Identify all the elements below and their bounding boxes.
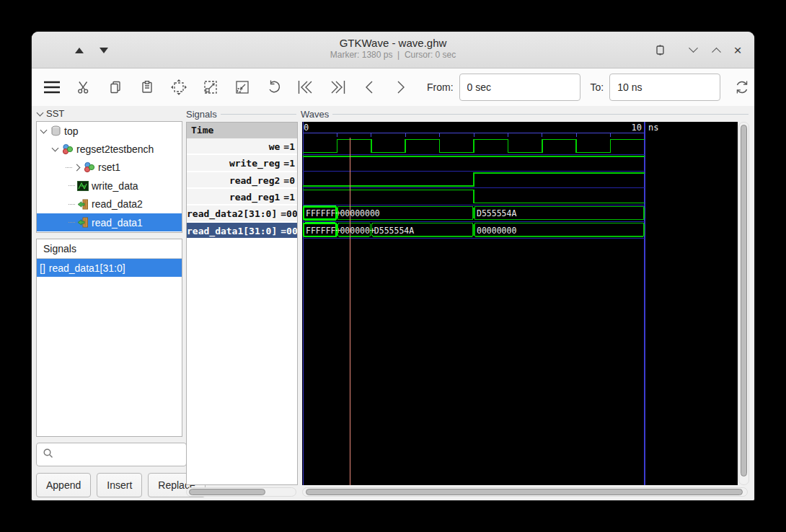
search-icon: [43, 448, 54, 462]
sst-sidebar: SST top regset2testbench: [36, 106, 182, 500]
tree-item-regset2testbench[interactable]: regset2testbench: [37, 140, 182, 158]
zoom-in-icon[interactable]: [200, 76, 221, 98]
paste-icon[interactable]: [137, 76, 157, 98]
sst-signals-list: Signals [] read_data1[31:0]: [36, 239, 182, 437]
from-input[interactable]: [459, 74, 580, 101]
waves-hscrollbar[interactable]: [302, 487, 748, 497]
main-area: SST top regset2testbench: [32, 106, 754, 500]
waves-vscrollbar[interactable]: [738, 122, 749, 485]
gtkwave-window: GTKWave - wave.ghw Marker: 1380 ps | Cur…: [32, 32, 754, 500]
to-label: To:: [591, 81, 604, 93]
module-icon: [84, 161, 95, 173]
waves-hscrollbar-thumb[interactable]: [306, 489, 743, 495]
insert-button[interactable]: Insert: [97, 473, 142, 497]
signal-buttons: Append Insert Replace: [36, 473, 206, 497]
vector-bracket-icon: []: [40, 262, 45, 274]
matrix-icon: [77, 181, 89, 191]
cursor-readout: Cursor: 0 sec: [405, 50, 456, 60]
restore-icon[interactable]: [652, 42, 668, 58]
prev-edge-icon[interactable]: [359, 76, 379, 98]
next-edge-icon[interactable]: [391, 76, 411, 98]
titlebar[interactable]: GTKWave - wave.ghw Marker: 1380 ps | Cur…: [32, 32, 754, 68]
time-header: Time: [187, 123, 297, 138]
append-button[interactable]: Append: [36, 473, 91, 497]
signal-row-write_reg[interactable]: write_reg=1: [187, 155, 297, 172]
expander-open-icon[interactable]: [40, 126, 48, 133]
shade-down-icon[interactable]: [100, 48, 108, 53]
minimize-chevron-down-icon[interactable]: [685, 42, 701, 58]
svg-text:10: 10: [632, 123, 642, 133]
close-icon[interactable]: ×: [730, 42, 746, 58]
signal-row-read_reg2[interactable]: read_reg2=0: [187, 172, 297, 189]
module-icon: [62, 143, 74, 155]
waves-frame-label: Waves: [301, 109, 329, 120]
expander-open-icon[interactable]: [52, 145, 59, 152]
window-title: GTKWave - wave.ghw: [32, 36, 754, 50]
tree-item-read_data1[interactable]: read_data1: [37, 213, 182, 231]
port-icon: [77, 199, 89, 210]
skip-to-end-icon[interactable]: [327, 76, 348, 98]
signal-row-we[interactable]: we=1: [187, 138, 297, 155]
signals-list-item-read_data1[interactable]: [] read_data1[31:0]: [37, 259, 182, 277]
undo-icon[interactable]: [264, 76, 284, 98]
cut-icon[interactable]: [74, 76, 94, 98]
signal-name-list: Time we=1 write_reg=1 read_reg2=0 read_r…: [186, 122, 298, 485]
wave-canvas[interactable]: 010nsFFFFFF+00000000D555554AFFFFFF+00000…: [302, 122, 738, 485]
search-input[interactable]: [58, 445, 192, 465]
skip-to-start-icon[interactable]: [296, 76, 316, 98]
waves-panel: Waves 010nsFFFFFF+00000000D555554AFFFFFF…: [301, 106, 750, 500]
svg-text:000000+: 000000+: [340, 226, 375, 236]
signal-row-read_data1[interactable]: read_data1[31:0]=00: [187, 223, 297, 239]
tree-item-write_data[interactable]: write_data: [37, 177, 182, 195]
signals-list-header: Signals: [37, 239, 182, 259]
database-icon: [50, 125, 61, 136]
from-label: From:: [427, 81, 454, 93]
waves-vscrollbar-thumb[interactable]: [741, 125, 747, 476]
chevron-down-icon: [37, 109, 44, 116]
marker-readout: Marker: 1380 ps: [330, 50, 393, 60]
signal-row-read_data2[interactable]: read_data2[31:0]=00000000: [187, 205, 297, 222]
signals-hscrollbar[interactable]: [186, 487, 296, 497]
svg-text:FFFFFF+: FFFFFF+: [306, 208, 341, 218]
signals-frame-label: Signals: [186, 109, 217, 120]
toolbar: From: To:: [32, 68, 754, 107]
signals-panel: Signals Time we=1 write_reg=1 read_reg2=…: [186, 106, 298, 500]
zoom-out-icon[interactable]: [232, 76, 252, 98]
signals-hscrollbar-thumb[interactable]: [189, 489, 265, 495]
signal-row-read_reg1[interactable]: read_reg1=1: [187, 189, 297, 205]
tree-item-top[interactable]: top: [37, 122, 182, 140]
port-icon: [77, 217, 89, 228]
tree-item-read_data2[interactable]: read_data2: [37, 195, 182, 213]
svg-text:ns: ns: [648, 123, 658, 133]
svg-text:D555554A: D555554A: [374, 226, 414, 236]
tree-item-rset1[interactable]: rset1: [37, 159, 182, 177]
copy-icon[interactable]: [105, 76, 125, 98]
svg-text:D555554A: D555554A: [477, 208, 516, 218]
svg-text:0: 0: [304, 123, 309, 133]
window-subtitle: Marker: 1380 ps | Cursor: 0 sec: [32, 50, 754, 61]
shade-up-icon[interactable]: [75, 48, 84, 53]
expander-closed-icon[interactable]: [74, 164, 81, 172]
sst-header[interactable]: SST: [37, 108, 64, 119]
to-input[interactable]: [609, 74, 720, 101]
svg-text:FFFFFF+: FFFFFF+: [306, 226, 341, 236]
maximize-chevron-up-icon[interactable]: [708, 42, 724, 58]
signal-search-box[interactable]: [36, 443, 187, 466]
menu-icon[interactable]: [42, 76, 62, 98]
reload-icon[interactable]: [732, 76, 752, 98]
zoom-fit-icon[interactable]: [169, 76, 189, 98]
svg-text:00000000: 00000000: [477, 226, 516, 236]
svg-text:00000000: 00000000: [340, 208, 379, 218]
desktop-background: { "window": { "title": "GTKWave - wave.g…: [0, 0, 786, 532]
sst-tree: top regset2testbench rset1: [36, 121, 182, 233]
